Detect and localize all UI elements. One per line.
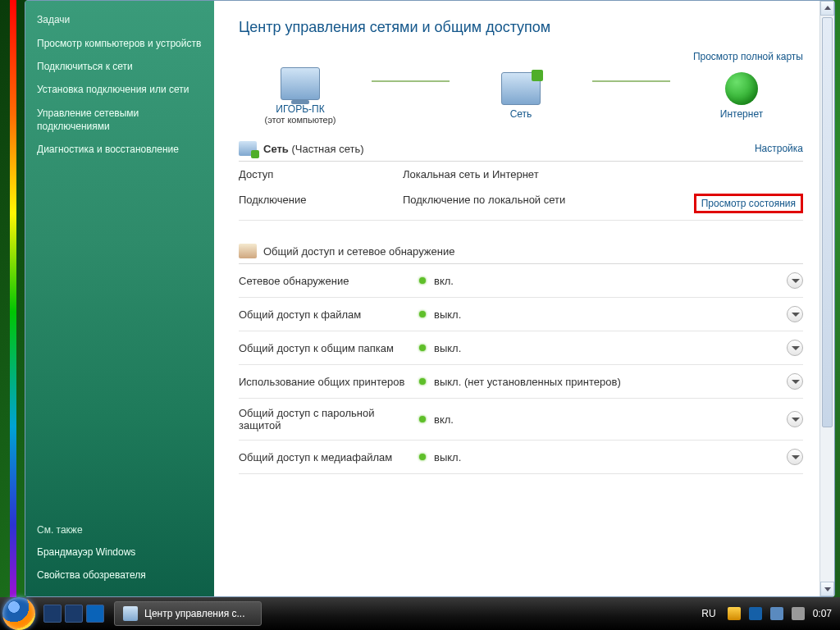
page-title: Центр управления сетями и общим доступом [239,19,803,36]
setting-file-sharing: Общий доступ к файлам выкл. [239,298,803,331]
setting-network-discovery: Сетевое обнаружение вкл. [239,264,803,298]
status-dot-icon [419,378,426,385]
setting-label: Общий доступ к файлам [239,308,419,321]
scroll-thumb[interactable] [822,17,833,427]
sidebar-seealso-heading: См. также [37,524,203,536]
network-center-window: ? Задачи Просмотр компьютеров и устройст… [25,0,835,597]
start-button[interactable] [2,597,35,630]
setting-public-folder: Общий доступ к общим папкам выкл. [239,331,803,365]
setting-value: выкл. [434,451,787,463]
configure-link[interactable]: Настройка [755,143,803,154]
scroll-up-button[interactable] [820,1,834,16]
clock[interactable]: 0:07 [813,608,832,619]
map-connector [592,80,670,82]
internet-label: Интернет [680,108,803,120]
system-tray: RU 0:07 [701,607,840,620]
network-mini-icon [239,141,257,156]
setting-value: выкл. [434,308,787,321]
setting-label: Общий доступ к общим папкам [239,342,419,354]
setting-label: Использование общих принтеров [239,376,419,388]
sidebar-task-setup-connection[interactable]: Установка подключения или сети [37,83,203,96]
map-node-this-pc: ИГОРЬ-ПК (этот компьютер) [239,67,362,125]
sidebar-task-view-devices[interactable]: Просмотр компьютеров и устройств [37,37,203,50]
taskbar-app-title: Центр управления с... [144,608,244,619]
network-map: ИГОРЬ-ПК (этот компьютер) Сеть Интернет [239,67,803,125]
tray-volume-icon[interactable] [792,607,805,620]
sidebar-task-diagnose[interactable]: Диагностика и восстановление [37,143,203,156]
globe-icon [725,72,758,105]
taskbar-app-icon [123,606,138,621]
chevron-down-icon[interactable] [787,449,803,465]
quick-launch-switch-windows-icon[interactable] [65,605,83,623]
chevron-down-icon[interactable] [787,306,803,322]
pc-name: ИГОРЬ-ПК [239,103,362,115]
setting-value: выкл. (нет установленных принтеров) [434,376,787,388]
sharing-section-header: Общий доступ и сетевое обнаружение [239,239,803,264]
setting-printer-sharing: Использование общих принтеров выкл. (нет… [239,365,803,399]
view-status-link[interactable]: Просмотр состояния [694,194,803,213]
sidebar-task-manage-connections[interactable]: Управление сетевыми подключениями [37,107,203,133]
vertical-scrollbar[interactable] [819,1,834,596]
quick-launch-ie-icon[interactable] [86,605,104,623]
status-dot-icon [419,454,426,460]
setting-label: Общий доступ к медиафайлам [239,451,419,463]
setting-value: вкл. [434,413,787,426]
sidebar-tasks-heading: Задачи [37,14,203,25]
setting-label: Сетевое обнаружение [239,275,419,287]
setting-media-sharing: Общий доступ к медиафайлам выкл. [239,441,803,474]
taskbar: Центр управления с... RU 0:07 [0,597,840,630]
kv-connection-value: Подключение по локальной сети [403,194,694,206]
pc-icon [281,67,320,100]
pc-sub: (этот компьютер) [239,115,362,125]
desktop-accent-bar [10,0,16,597]
sharing-heading: Общий доступ и сетевое обнаружение [263,245,454,258]
kv-access-value: Локальная сеть и Интернет [403,168,803,180]
sidebar-seealso-internet-options[interactable]: Свойства обозревателя [37,568,203,582]
status-dot-icon [419,345,426,351]
scroll-down-button[interactable] [820,582,834,596]
chevron-down-icon[interactable] [787,411,803,427]
chevron-down-icon[interactable] [787,373,803,390]
kv-access: Доступ Локальная сеть и Интернет [239,162,803,187]
sharing-mini-icon [239,244,257,258]
network-label: Сеть [459,108,582,120]
setting-label: Общий доступ с парольной защитой [239,407,419,431]
status-dot-icon [419,277,426,284]
network-icon [501,72,541,105]
setting-password-sharing: Общий доступ с парольной защитой вкл. [239,399,803,441]
network-type: (Частная сеть) [291,143,363,155]
setting-value: вкл. [434,275,787,287]
quick-launch [43,605,104,623]
content-area: Центр управления сетями и общим доступом… [214,1,834,596]
taskbar-app-button[interactable]: Центр управления с... [114,601,262,626]
tray-security-icon[interactable] [728,607,741,620]
sidebar-task-connect[interactable]: Подключиться к сети [37,60,203,73]
quick-launch-show-desktop-icon[interactable] [43,605,62,623]
chevron-down-icon[interactable] [787,340,803,356]
status-dot-icon [419,311,426,317]
view-full-map-link[interactable]: Просмотр полной карты [239,51,803,62]
setting-value: выкл. [434,342,787,354]
sidebar-seealso-firewall[interactable]: Брандмауэр Windows [37,546,203,559]
kv-access-key: Доступ [239,168,403,180]
kv-connection-key: Подключение [239,194,403,206]
sidebar: Задачи Просмотр компьютеров и устройств … [25,1,214,596]
map-node-network: Сеть [459,72,582,120]
network-name: Сеть [263,143,289,155]
map-connector [372,80,450,82]
network-section-header: Сеть (Частная сеть) Настройка [239,136,803,162]
language-indicator[interactable]: RU [701,608,715,619]
tray-network-icon[interactable] [770,607,783,620]
tray-defender-icon[interactable] [749,607,762,620]
kv-connection: Подключение Подключение по локальной сет… [239,187,803,221]
map-node-internet: Интернет [680,72,803,120]
status-dot-icon [419,416,426,422]
chevron-down-icon[interactable] [787,272,803,289]
